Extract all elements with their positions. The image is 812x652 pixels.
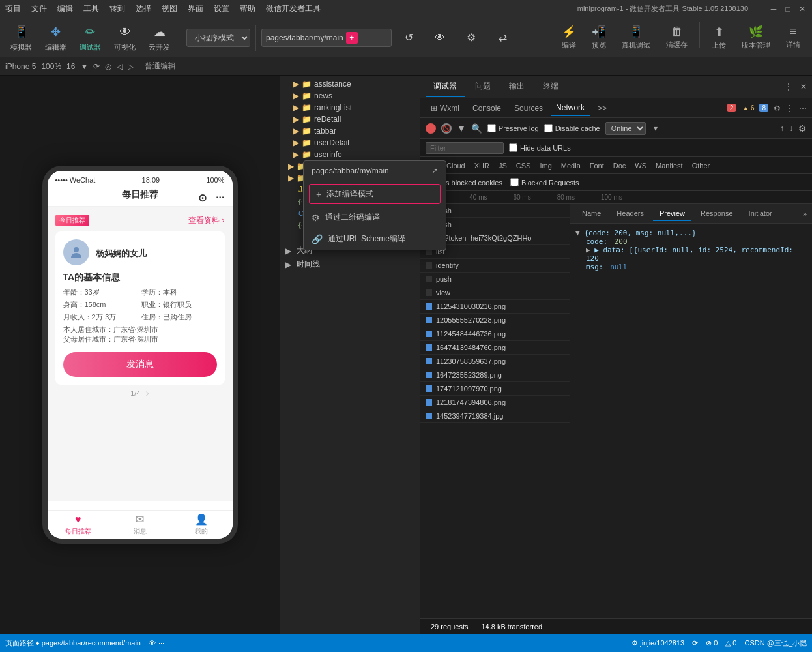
visual-button[interactable]: 👁 可视化 bbox=[109, 20, 141, 55]
settings-icon[interactable]: ⚙ bbox=[774, 104, 781, 113]
request-item-view[interactable]: view bbox=[420, 286, 570, 300]
preview-tab-headers[interactable]: Headers bbox=[610, 207, 650, 221]
nav-message[interactable]: ✉ 消息 bbox=[109, 511, 171, 539]
clear-button[interactable]: 🚫 bbox=[441, 123, 452, 134]
menu-item-settings[interactable]: 设置 bbox=[214, 3, 229, 14]
record-button[interactable] bbox=[426, 123, 436, 134]
tab-terminal[interactable]: 终端 bbox=[535, 77, 566, 97]
more-icon[interactable]: ⋯ bbox=[799, 104, 807, 113]
gear-button[interactable]: ⚙ bbox=[457, 26, 486, 50]
tree-item-rankinglist[interactable]: ▶ 📁 rankingList bbox=[280, 102, 420, 113]
view-profile-link[interactable]: 查看资料 › bbox=[188, 215, 224, 226]
detail-button[interactable]: ≡ 详情 bbox=[779, 22, 807, 53]
request-item-identify[interactable]: identify bbox=[420, 259, 570, 273]
request-item-png7[interactable]: 1747121097970.png bbox=[420, 382, 570, 396]
request-item-jpg[interactable]: 14523947719384.jpg bbox=[420, 409, 570, 423]
tree-item-assistance[interactable]: ▶ 📁 assistance bbox=[280, 78, 420, 90]
close-preview-button[interactable]: » bbox=[803, 210, 807, 218]
eye-icon[interactable]: 👁 bbox=[149, 639, 156, 647]
external-link-icon[interactable]: ↗ bbox=[431, 166, 438, 175]
type-doc[interactable]: Doc bbox=[609, 160, 630, 171]
more-tabs-button[interactable]: ⋮ bbox=[785, 82, 792, 91]
filter-input[interactable] bbox=[426, 142, 504, 154]
close-button[interactable]: ✕ bbox=[798, 5, 807, 14]
sub-tab-more[interactable]: >> bbox=[592, 101, 612, 115]
type-media[interactable]: Media bbox=[557, 160, 585, 171]
preview-data-line[interactable]: ▶ ▶ data: [{userId: null, id: 2524, reco… bbox=[575, 246, 807, 263]
type-ws[interactable]: WS bbox=[631, 160, 650, 171]
menu-item-select[interactable]: 选择 bbox=[136, 3, 151, 14]
screenshot-icon[interactable]: ◎ bbox=[105, 62, 111, 71]
preserve-log-toggle[interactable]: Preserve log bbox=[487, 124, 539, 132]
nav-mine[interactable]: 👤 我的 bbox=[171, 511, 233, 539]
tree-item-userinfo[interactable]: ▶ 📁 userinfo bbox=[280, 149, 420, 160]
dropdown-item-url[interactable]: 🔗 通过URL Scheme编译 bbox=[304, 228, 446, 250]
compile-button[interactable]: ⚡ 编译 bbox=[555, 22, 583, 53]
rotate-icon[interactable]: ⟳ bbox=[93, 62, 100, 71]
minimize-button[interactable]: ─ bbox=[769, 5, 778, 14]
nav-recommend[interactable]: ♥ 每日推荐 bbox=[48, 511, 109, 539]
type-cloud[interactable]: Cloud bbox=[442, 160, 469, 171]
dropdown-item-qr[interactable]: ⚙ 通过二维码编译 bbox=[304, 207, 446, 228]
simulate-button[interactable]: 📱 模拟器 bbox=[5, 20, 37, 55]
realtest-button[interactable]: 📱 真机调试 bbox=[615, 22, 657, 53]
request-item-png6[interactable]: 1647235523289.png bbox=[420, 368, 570, 382]
expand-arrow[interactable]: ▶ bbox=[586, 246, 590, 254]
preview-tab-name[interactable]: Name bbox=[575, 207, 607, 221]
close-devtools-button[interactable]: ✕ bbox=[800, 82, 807, 91]
refresh-button[interactable]: ↺ bbox=[394, 26, 423, 50]
tree-item-tabbar[interactable]: ▶ 📁 tabbar bbox=[280, 125, 420, 137]
menu-item-view[interactable]: 视图 bbox=[162, 3, 177, 14]
back-icon[interactable]: ◁ bbox=[117, 62, 123, 71]
tree-item-userdetail[interactable]: ▶ 📁 userDetail bbox=[280, 137, 420, 149]
type-other[interactable]: Other bbox=[688, 160, 714, 171]
type-js[interactable]: JS bbox=[495, 160, 511, 171]
switch-button[interactable]: ⇄ bbox=[488, 26, 517, 50]
preview-tab-initiator[interactable]: Initiator bbox=[742, 207, 779, 221]
upload-button[interactable]: ⬆ 上传 bbox=[705, 22, 732, 53]
request-item-png5[interactable]: 11230758359637.png bbox=[420, 355, 570, 368]
dropdown-item-add-compile[interactable]: + 添加编译模式 bbox=[309, 184, 441, 204]
type-font[interactable]: Font bbox=[586, 160, 608, 171]
type-css[interactable]: CSS bbox=[512, 160, 535, 171]
menu-item-goto[interactable]: 转到 bbox=[109, 3, 125, 14]
send-message-button[interactable]: 发消息 bbox=[63, 352, 217, 377]
request-item-png3[interactable]: 11245484446736.png bbox=[420, 327, 570, 341]
tab-debugger[interactable]: 调试器 bbox=[426, 77, 465, 97]
maximize-button[interactable]: □ bbox=[783, 5, 792, 14]
forward-icon[interactable]: ▷ bbox=[128, 62, 134, 71]
sub-tab-network[interactable]: Network bbox=[551, 100, 590, 116]
tab-issues[interactable]: 问题 bbox=[467, 77, 499, 97]
type-img[interactable]: Img bbox=[536, 160, 555, 171]
dock-icon[interactable]: ⋮ bbox=[786, 104, 794, 113]
net-settings-icon[interactable]: ⚙ bbox=[798, 123, 807, 134]
blocked-requests-checkbox[interactable] bbox=[510, 178, 519, 186]
preview-button[interactable]: 📲 预览 bbox=[585, 22, 613, 53]
tree-item-redetail[interactable]: ▶ 📁 reDetail bbox=[280, 113, 420, 125]
profile-card[interactable]: 杨妈妈的女儿 TA的基本信息 年龄：33岁 学历：本科 身高：158cm 职业：… bbox=[55, 231, 225, 385]
upload-arrow-icon[interactable]: ↑ bbox=[780, 124, 784, 133]
menu-item-edit[interactable]: 编辑 bbox=[57, 3, 73, 14]
menu-item-help[interactable]: 帮助 bbox=[240, 3, 255, 14]
debug-button[interactable]: ✏ 调试器 bbox=[74, 20, 106, 55]
menu-item-project[interactable]: 项目 bbox=[5, 3, 21, 14]
request-item-png1[interactable]: 11254310030216.png bbox=[420, 300, 570, 314]
sub-tab-wxml[interactable]: ⊞ Wxml bbox=[426, 101, 465, 115]
sub-tab-console[interactable]: Console bbox=[467, 101, 506, 115]
menu-item-tool[interactable]: 工具 bbox=[83, 3, 99, 14]
more-dots-icon[interactable]: ··· bbox=[158, 639, 164, 647]
menu-item-interface[interactable]: 界面 bbox=[188, 3, 203, 14]
tree-item-news[interactable]: ▶ 📁 news bbox=[280, 90, 420, 102]
clearcache-button[interactable]: 🗑 清缓存 bbox=[660, 22, 694, 53]
disable-cache-toggle[interactable]: Disable cache bbox=[544, 124, 600, 132]
menu-item-devtools[interactable]: 微信开发者工具 bbox=[266, 3, 321, 14]
preview-tab-preview[interactable]: Preview bbox=[653, 207, 691, 221]
sub-tab-sources[interactable]: Sources bbox=[509, 101, 548, 115]
request-item-png8[interactable]: 12181747394806.png bbox=[420, 396, 570, 409]
mode-select[interactable]: 小程序模式 bbox=[186, 29, 250, 47]
hide-data-urls-toggle[interactable]: Hide data URLs bbox=[509, 143, 571, 152]
type-xhr[interactable]: XHR bbox=[471, 160, 493, 171]
phone-dots-icon[interactable]: ··· bbox=[216, 192, 224, 203]
path-plus-button[interactable]: + bbox=[346, 32, 358, 44]
preview-object-root[interactable]: ▼ {code: 200, msg: null,...} bbox=[575, 229, 807, 237]
